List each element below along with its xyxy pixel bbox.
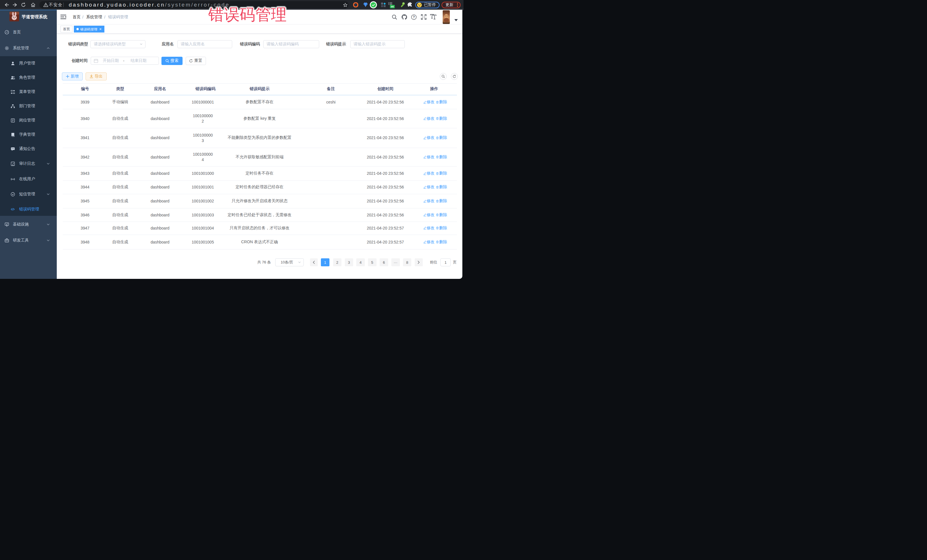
svg-text:on: on bbox=[391, 5, 394, 8]
svg-text:?: ? bbox=[413, 15, 415, 19]
